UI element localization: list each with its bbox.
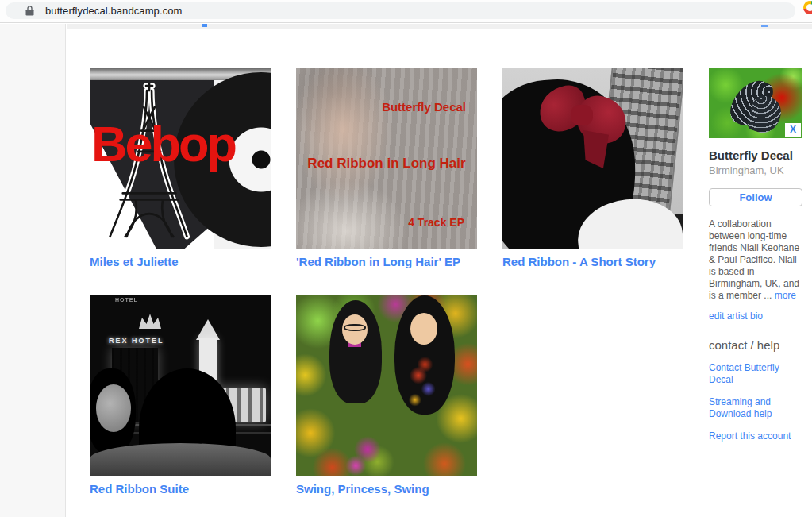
follow-button[interactable]: Follow	[709, 188, 802, 206]
page-background: Bebop Miles et Juliette Butterfly Decal …	[0, 24, 812, 517]
album-tile: Red Ribbon - A Short Story	[502, 68, 683, 268]
album-title-link[interactable]: Swing, Princess, Swing	[296, 483, 477, 496]
girl-right-face	[410, 313, 437, 345]
album-tile: Butterfly Decal Red Ribbon in Long Hair …	[296, 68, 477, 268]
contact-help-heading: contact / help	[709, 338, 802, 352]
cutoff-hotel-sign: HOTEL	[115, 297, 138, 303]
album-tile: HOTEL REX HOTEL Red Ribbon Suite	[90, 295, 271, 496]
artist-name: Butterfly Decal	[709, 149, 802, 162]
contact-artist-link[interactable]: Contact Butterfly Decal	[709, 362, 802, 386]
album-cover-red-ribbon-short-story[interactable]	[502, 68, 683, 249]
rex-hotel-sign: REX HOTEL	[109, 337, 164, 345]
glasses	[344, 324, 366, 331]
edit-artist-bio-link[interactable]: edit artist bio	[709, 311, 802, 322]
profile-avatar-icon[interactable]	[803, 1, 812, 14]
report-account-link[interactable]: Report this account	[709, 430, 802, 442]
album-title-link[interactable]: 'Red Ribbon in Long Hair' EP	[296, 256, 477, 268]
streaming-download-help-link[interactable]: Streaming and Download help	[709, 396, 802, 420]
cover-text-subtitle: 4 Track EP	[408, 216, 464, 229]
cutoff-nav-fragment-right	[761, 25, 768, 27]
album-tile: Swing, Princess, Swing	[296, 295, 477, 496]
cover-text-bebop: Bebop	[91, 119, 271, 169]
album-cover-swing-princess-swing[interactable]	[296, 295, 477, 476]
bio-text: A collaboration between long-time friend…	[709, 218, 799, 301]
address-bar[interactable]: butterflydecal.bandcamp.com	[6, 2, 795, 19]
girl-right-dress	[396, 340, 452, 476]
artist-bio: A collaboration between long-time friend…	[709, 218, 802, 302]
cutoff-nav-fragment-left	[202, 24, 207, 27]
album-cover-red-ribbon-suite[interactable]: HOTEL REX HOTEL	[90, 295, 271, 476]
album-cover-red-ribbon-ep[interactable]: Butterfly Decal Red Ribbon in Long Hair …	[296, 68, 477, 249]
artist-location: Birmingham, UK	[709, 164, 802, 176]
album-tile: Bebop Miles et Juliette	[90, 68, 271, 268]
cover-text-artist: Butterfly Decal	[382, 100, 466, 114]
artist-sidebar: X Butterfly Decal Birmingham, UK Follow …	[709, 68, 802, 442]
sofa-back	[90, 443, 271, 476]
left-gutter	[0, 24, 66, 517]
x-badge[interactable]: X	[785, 123, 801, 137]
album-cover-miles-et-juliette[interactable]: Bebop	[90, 68, 271, 249]
artist-photo-butterfly[interactable]: X	[709, 68, 802, 138]
girl-left-dress	[329, 341, 380, 476]
album-title-link[interactable]: Red Ribbon Suite	[90, 483, 271, 496]
cutoff-nav-strip	[67, 24, 812, 29]
browser-toolbar: butterflydecal.bandcamp.com	[0, 0, 812, 23]
cover-text-title: Red Ribbon in Long Hair	[296, 156, 477, 172]
bow-knot	[571, 105, 593, 125]
album-title-link[interactable]: Red Ribbon - A Short Story	[502, 256, 683, 268]
crown-neon	[139, 313, 161, 329]
lock-icon	[25, 6, 34, 16]
bio-more-link[interactable]: more	[775, 290, 796, 301]
city-hall-spire	[196, 319, 220, 340]
red-bow	[539, 81, 630, 160]
album-title-link[interactable]: Miles et Juliette	[90, 256, 271, 268]
url-text: butterflydecal.bandcamp.com	[45, 5, 183, 17]
woman-face	[96, 384, 131, 432]
